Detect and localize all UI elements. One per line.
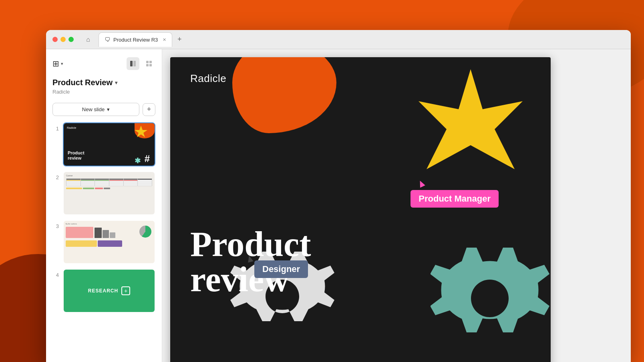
thumb-star: [134, 125, 148, 139]
slide-number: 3: [52, 223, 59, 229]
list-item: 3 By the numbers: [52, 220, 155, 264]
slide-yellow-star: [402, 61, 539, 197]
browser-content: ⊞ ▾: [46, 49, 631, 362]
slide-number: 2: [52, 174, 59, 180]
slide-canvas[interactable]: Radicle Product review: [170, 57, 551, 362]
maximize-button[interactable]: [68, 37, 74, 42]
slide-number: 4: [52, 272, 59, 278]
thumb-2-bars: [66, 188, 152, 189]
slide-thumbnail-4[interactable]: RESEARCH +: [63, 269, 155, 313]
tool-right: [127, 57, 155, 70]
title-chevron-icon: ▾: [115, 80, 117, 86]
thumb-3-pink-block: [66, 227, 93, 238]
thumb-3-pie-chart: [139, 226, 151, 238]
designer-label: Designer: [254, 260, 308, 278]
chevron-down-icon: ▾: [61, 61, 63, 66]
main-canvas: Radicle Product review: [162, 49, 631, 362]
list-item: 1 Radicle Productrev: [52, 122, 155, 166]
presentation-title-text: Product Review: [52, 78, 113, 87]
new-slide-bar: New slide ▾ +: [52, 103, 155, 116]
new-slide-chevron-icon: ▾: [107, 106, 110, 112]
thumb-2-label: Canner: [66, 174, 152, 177]
tab-close-button[interactable]: ✕: [163, 37, 166, 42]
thumb-3-bar: [95, 228, 102, 238]
home-button[interactable]: ⌂: [83, 34, 94, 45]
minimize-button[interactable]: [60, 37, 66, 42]
slide-thumbnail-3[interactable]: By the numbers: [63, 220, 155, 264]
tab-bar: 🗨 Product Review R3 ✕ +: [99, 32, 624, 47]
traffic-lights: [52, 37, 74, 42]
slide-gear-teal: [431, 244, 551, 361]
slide-orange-blob: [232, 57, 336, 133]
thumb-3-purple-block: [98, 240, 122, 247]
thumb-4-research-label: RESEARCH: [88, 288, 118, 294]
new-tab-button[interactable]: +: [174, 34, 185, 45]
slide-radicle-logo: Radicle: [190, 72, 226, 85]
tab-title: Product Review R3: [113, 37, 158, 43]
view-column-button[interactable]: [127, 57, 139, 70]
list-item: 4 RESEARCH +: [52, 269, 155, 313]
thumb-4-plus-icon: +: [121, 286, 130, 295]
svg-rect-0: [130, 61, 133, 66]
new-slide-button[interactable]: New slide ▾: [52, 103, 139, 116]
thumb-hash-teal: ✱: [135, 157, 141, 164]
tab-icon: 🗨: [105, 36, 110, 43]
svg-rect-3: [149, 61, 152, 63]
presentation-subtitle: Radicle: [52, 89, 155, 95]
add-slide-button[interactable]: +: [143, 103, 155, 116]
slide-thumbnail-1[interactable]: Radicle Productreview #: [63, 122, 155, 166]
svg-rect-1: [133, 61, 136, 66]
browser-window: ⌂ 🗨 Product Review R3 ✕ + ⊞ ▾: [46, 30, 631, 362]
view-grid-button[interactable]: [143, 57, 155, 70]
slide-thumbnail-2[interactable]: Canner: [63, 171, 155, 215]
sidebar-toolbar: ⊞ ▾: [52, 57, 155, 70]
thumb-3-yellow-block: [66, 240, 97, 247]
thumb-3-label: By the numbers: [66, 223, 153, 225]
thumb-2-table: [66, 178, 152, 186]
active-tab[interactable]: 🗨 Product Review R3 ✕: [99, 32, 172, 47]
browser-titlebar: ⌂ 🗨 Product Review R3 ✕ +: [46, 30, 631, 49]
tool-left: ⊞ ▾: [52, 59, 63, 68]
thumb-3-bar: [110, 232, 115, 238]
presentation-title[interactable]: Product Review ▾: [52, 78, 155, 87]
new-slide-label: New slide: [82, 106, 105, 112]
svg-rect-5: [149, 64, 152, 66]
thumb-4-content: RESEARCH +: [88, 286, 130, 295]
home-icon: ⌂: [86, 36, 90, 43]
product-manager-label: Product Manager: [411, 190, 499, 208]
close-button[interactable]: [52, 37, 58, 42]
svg-marker-7: [419, 69, 523, 169]
list-item: 2 Canner: [52, 171, 155, 215]
thumb-product-review-text: Productreview: [68, 150, 85, 161]
svg-marker-6: [135, 126, 147, 137]
svg-rect-4: [146, 64, 149, 66]
thumb-hash-white: #: [145, 154, 150, 164]
svg-rect-2: [146, 61, 149, 63]
sidebar: ⊞ ▾: [46, 49, 162, 362]
slides-list: 1 Radicle Productrev: [52, 122, 155, 313]
thumb-3-bar: [103, 230, 109, 238]
grid-icon: ⊞: [52, 59, 59, 68]
slide-number: 1: [52, 126, 59, 132]
